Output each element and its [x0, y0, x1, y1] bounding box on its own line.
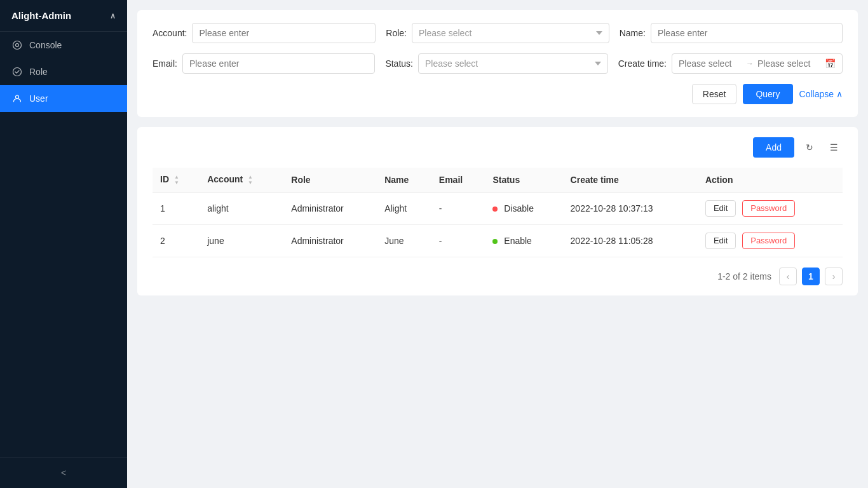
- cell-action: Edit Password: [698, 224, 843, 257]
- sidebar-toggle-icon[interactable]: ∧: [110, 11, 116, 20]
- table-row: 1 alight Administrator Alight - Disable …: [153, 192, 843, 224]
- column-role: Role: [283, 168, 377, 192]
- sidebar-collapse-button[interactable]: <: [61, 468, 66, 478]
- email-input[interactable]: [182, 53, 375, 74]
- sidebar-item-label: Role: [29, 67, 48, 77]
- name-label: Name:: [620, 28, 646, 38]
- create-time-label: Create time:: [618, 58, 667, 69]
- create-time-field: Create time: → 📅: [618, 53, 843, 74]
- column-id[interactable]: ID ▲ ▼: [153, 168, 200, 192]
- column-status-label: Status: [492, 175, 520, 185]
- column-account-label: Account: [207, 174, 243, 184]
- column-role-label: Role: [291, 175, 310, 185]
- calendar-icon: 📅: [825, 58, 836, 69]
- sort-account-icons: ▲ ▼: [248, 175, 253, 186]
- table-header-row: ID ▲ ▼ Account ▲ ▼ Role: [153, 168, 843, 192]
- cell-role: Administrator: [283, 192, 377, 224]
- sidebar: Alight-Admin ∧ Console Role User: [0, 0, 127, 488]
- pagination-next-button[interactable]: ›: [825, 268, 843, 285]
- table-toolbar: Add ↻ ☰: [153, 137, 843, 158]
- role-select[interactable]: Please select: [412, 23, 609, 43]
- pagination-summary: 1-2 of 2 items: [717, 271, 771, 281]
- column-email-label: Email: [439, 175, 463, 185]
- column-create-time: Create time: [563, 168, 698, 192]
- reset-button[interactable]: Reset: [692, 84, 737, 104]
- sort-down-icon: ▼: [248, 180, 253, 186]
- role-field: Role: Please select: [386, 23, 609, 43]
- cell-account: alight: [200, 192, 283, 224]
- cell-email: -: [431, 224, 485, 257]
- table-body: 1 alight Administrator Alight - Disable …: [153, 192, 843, 257]
- column-name: Name: [377, 168, 431, 192]
- status-select[interactable]: Please select Enable Disable: [418, 53, 608, 74]
- svg-point-0: [13, 41, 22, 50]
- sidebar-item-label: Console: [29, 40, 62, 50]
- query-button[interactable]: Query: [743, 84, 792, 104]
- date-range-arrow-icon: →: [746, 59, 754, 68]
- date-range-start-input[interactable]: [679, 58, 742, 69]
- cell-name: June: [377, 224, 431, 257]
- account-label: Account:: [153, 28, 187, 38]
- refresh-icon: ↻: [806, 142, 813, 152]
- column-action-label: Action: [705, 175, 733, 185]
- cell-account: june: [200, 224, 283, 257]
- cell-action: Edit Password: [698, 192, 843, 224]
- cell-id: 2: [153, 224, 200, 257]
- status-label: Status:: [385, 58, 413, 69]
- sidebar-item-role[interactable]: Role: [0, 58, 127, 85]
- svg-point-3: [16, 95, 19, 98]
- svg-point-2: [13, 68, 22, 76]
- edit-button[interactable]: Edit: [705, 200, 736, 217]
- main-content: Account: Role: Please select Name: Email…: [127, 0, 868, 488]
- column-name-label: Name: [384, 175, 409, 185]
- status-dot-icon: [492, 207, 498, 212]
- email-label: Email:: [153, 58, 177, 69]
- add-button[interactable]: Add: [753, 137, 794, 158]
- pagination-current-page[interactable]: 1: [802, 268, 820, 285]
- column-id-label: ID: [160, 174, 169, 184]
- sidebar-item-user[interactable]: User: [0, 85, 127, 112]
- filter-panel: Account: Role: Please select Name: Email…: [137, 10, 858, 117]
- pagination-prev-button[interactable]: ‹: [779, 268, 797, 285]
- email-field: Email:: [153, 53, 375, 74]
- account-input[interactable]: [192, 23, 376, 43]
- console-icon: [11, 39, 23, 51]
- pagination: 1-2 of 2 items ‹ 1 ›: [153, 268, 843, 285]
- name-input[interactable]: [651, 23, 843, 43]
- filter-row-2: Email: Status: Please select Enable Disa…: [153, 53, 843, 74]
- filter-actions: Reset Query Collapse ∧: [153, 84, 843, 104]
- column-account[interactable]: Account ▲ ▼: [200, 168, 283, 192]
- name-field: Name:: [620, 23, 843, 43]
- edit-button[interactable]: Edit: [705, 233, 736, 249]
- prev-icon: ‹: [787, 271, 790, 281]
- column-create-time-label: Create time: [571, 175, 619, 185]
- role-label: Role:: [386, 28, 407, 38]
- column-email: Email: [431, 168, 485, 192]
- password-button[interactable]: Password: [742, 233, 795, 249]
- column-status: Status: [485, 168, 562, 192]
- column-settings-icon: ☰: [830, 142, 838, 152]
- account-field: Account:: [153, 23, 376, 43]
- status-badge: Disable: [504, 203, 534, 214]
- user-table: ID ▲ ▼ Account ▲ ▼ Role: [153, 168, 843, 257]
- app-title: Alight-Admin: [11, 10, 71, 21]
- status-field: Status: Please select Enable Disable: [385, 53, 607, 74]
- date-range[interactable]: → 📅: [672, 53, 843, 74]
- date-range-end-input[interactable]: [757, 58, 821, 69]
- status-badge: Enable: [504, 236, 532, 246]
- collapse-label: Collapse: [799, 89, 834, 99]
- next-icon: ›: [832, 271, 836, 281]
- cell-status: Enable: [485, 224, 562, 257]
- password-button[interactable]: Password: [742, 200, 795, 217]
- column-settings-button[interactable]: ☰: [825, 139, 843, 156]
- table-row: 2 june Administrator June - Enable 2022-…: [153, 224, 843, 257]
- refresh-button[interactable]: ↻: [801, 139, 818, 156]
- collapse-chevron-icon: ∧: [836, 89, 843, 99]
- cell-status: Disable: [485, 192, 562, 224]
- sort-up-icon: ▲: [248, 175, 253, 180]
- cell-create-time: 2022-10-28 11:05:28: [563, 224, 698, 257]
- cell-create-time: 2022-10-28 10:37:13: [563, 192, 698, 224]
- collapse-button[interactable]: Collapse ∧: [799, 89, 843, 99]
- sidebar-item-console[interactable]: Console: [0, 32, 127, 58]
- cell-email: -: [431, 192, 485, 224]
